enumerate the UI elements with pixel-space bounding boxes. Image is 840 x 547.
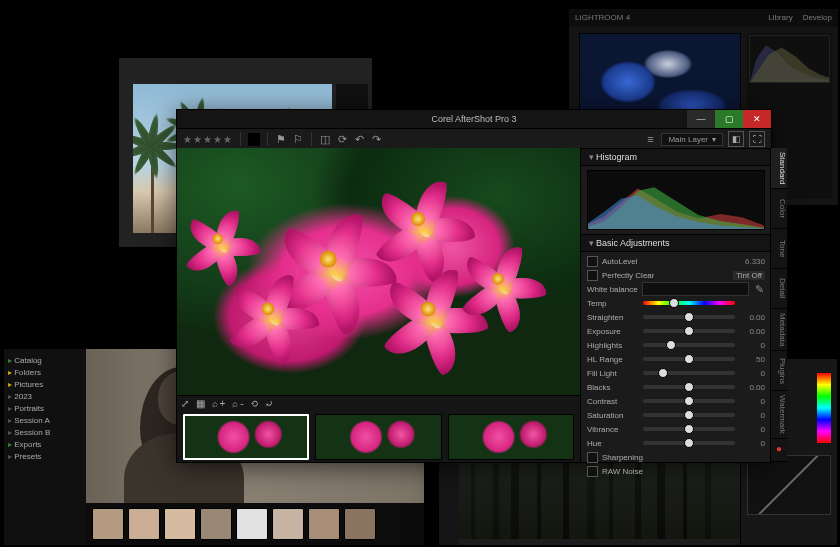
fullscreen-icon[interactable]: ⛶ [749,131,765,147]
side-tab-color[interactable]: Color [771,189,787,229]
filllight-slider-row: Fill Light0 [587,366,765,380]
hue-slider[interactable] [643,441,735,445]
tree-item[interactable]: Presets [8,451,90,463]
straighten-slider[interactable] [643,315,735,319]
filmstrip-thumb[interactable] [164,508,196,540]
slider-knob[interactable] [684,382,694,392]
filmstrip-thumb[interactable] [272,508,304,540]
flag-reject-icon[interactable]: ⚐ [292,133,304,145]
autolevel-row: AutoLevel 6.330 [587,254,765,268]
filmstrip-thumb[interactable] [344,508,376,540]
blacks-slider-row: Blacks0.00 [587,380,765,394]
exposure-slider-row: Exposure0.00 [587,324,765,338]
filllight-slider[interactable] [643,371,735,375]
lightroom-tab-library[interactable]: Library [768,9,792,27]
histogram-header[interactable]: Histogram [581,148,771,166]
eyedropper-icon[interactable]: ✎ [753,283,765,295]
layer-dropdown[interactable]: Main Layer▾ [661,133,723,146]
temp-slider-row: Temp [587,296,765,310]
fillrange-slider[interactable] [643,357,735,361]
layers-icon[interactable]: ≡ [644,133,656,145]
tree-item[interactable]: 2023 [8,391,90,403]
redo-icon[interactable]: ↷ [370,133,382,145]
rawnoise-checkbox[interactable] [587,466,598,477]
white-balance-row: White balance ✎ [587,282,765,296]
tint-off-button[interactable]: Tint Off [733,271,765,280]
viewer-pane: ⤢ ▦ ⌕+ ⌕- ⟲ ⤾ [177,148,580,462]
filmstrip-thumb[interactable] [128,508,160,540]
side-tab-watermark[interactable]: Watermark [771,391,787,439]
side-tab-detail[interactable]: Detail [771,269,787,309]
vibrance-slider[interactable] [643,427,735,431]
window-close-button[interactable]: ✕ [743,110,771,128]
saturation-slider[interactable] [643,413,735,417]
rating-stars[interactable]: ★★★★★ [183,134,233,145]
thumb-tools[interactable]: ⤢ ▦ ⌕+ ⌕- ⟲ ⤾ [177,396,580,414]
thumbnail[interactable] [315,414,441,460]
basic-adjustments-header[interactable]: Basic Adjustments [581,234,771,252]
side-tab-tone[interactable]: Tone [771,229,787,269]
perfectly-clear-checkbox[interactable] [587,270,598,281]
flag-set-icon[interactable]: ⚑ [275,133,287,145]
side-tab-standard[interactable]: Standard [771,148,787,189]
filmstrip-thumb[interactable] [200,508,232,540]
vibrance-slider-row: Vibrance0 [587,422,765,436]
slider-knob[interactable] [684,326,694,336]
side-tab-metadata[interactable]: Metadata [771,309,787,351]
slider-knob[interactable] [684,312,694,322]
slider-knob[interactable] [684,410,694,420]
lightroom-tab-develop[interactable]: Develop [803,9,832,27]
white-balance-dropdown[interactable] [642,282,749,296]
side-tab-plugins[interactable]: Plugins [771,351,787,391]
crop-icon[interactable]: ◫ [319,133,331,145]
tree-item[interactable]: Pictures [8,379,90,391]
lightroom-histogram [749,35,830,83]
slider-knob[interactable] [684,396,694,406]
rotate-icon[interactable]: ⟳ [336,133,348,145]
straighten-slider-row: Straighten0.00 [587,310,765,324]
filmstrip-thumb[interactable] [236,508,268,540]
compare-icon[interactable]: ◧ [728,131,744,147]
thumbnail-bar: ⤢ ▦ ⌕+ ⌕- ⟲ ⤾ [177,395,580,462]
hue-slider-row: Hue0 [587,436,765,450]
autolevel-checkbox[interactable] [587,256,598,267]
filmstrip-thumb[interactable] [92,508,124,540]
tree-item[interactable]: Session B [8,427,90,439]
sharpening-checkbox[interactable] [587,452,598,463]
slider-knob[interactable] [684,424,694,434]
tree-item[interactable]: Folders [8,367,90,379]
titlebar[interactable]: Corel AfterShot Pro 3 — ▢ ✕ [177,110,771,128]
browser-filmstrip[interactable] [86,503,424,545]
record-indicator-icon: ● [771,439,787,462]
color-swatch[interactable] [258,133,260,146]
slider-knob[interactable] [669,298,679,308]
filmstrip-thumb[interactable] [308,508,340,540]
slider-knob[interactable] [684,438,694,448]
slider-knob[interactable] [684,354,694,364]
thumbnail[interactable] [183,414,309,460]
slider-knob[interactable] [658,368,668,378]
histogram-chart [587,170,765,230]
app-title: Corel AfterShot Pro 3 [431,114,516,124]
aftershot-window: Corel AfterShot Pro 3 — ▢ ✕ ★★★★★ ⚑ ⚐ ◫ … [176,109,772,463]
tree-item[interactable]: Session A [8,415,90,427]
contrast-slider-row: Contrast0 [587,394,765,408]
window-maximize-button[interactable]: ▢ [715,110,743,128]
exposure-slider[interactable] [643,329,735,333]
highlights-slider[interactable] [643,343,735,347]
tree-item[interactable]: Portraits [8,403,90,415]
browser-folder-tree[interactable]: CatalogFoldersPictures2023PortraitsSessi… [4,349,94,545]
slider-knob[interactable] [666,340,676,350]
tree-item[interactable]: Catalog [8,355,90,367]
main-photo[interactable] [177,148,580,395]
temp-slider[interactable] [643,301,735,305]
blacks-slider[interactable] [643,385,735,389]
contrast-slider[interactable] [643,399,735,403]
tree-item[interactable]: Exports [8,439,90,451]
window-minimize-button[interactable]: — [687,110,715,128]
fillrange-slider-row: HL Range50 [587,352,765,366]
color-spectrum[interactable] [817,373,831,443]
undo-icon[interactable]: ↶ [353,133,365,145]
thumbnail[interactable] [448,414,574,460]
adjustments-panel: Histogram Basic Adjustments AutoLevel 6.… [580,148,771,462]
